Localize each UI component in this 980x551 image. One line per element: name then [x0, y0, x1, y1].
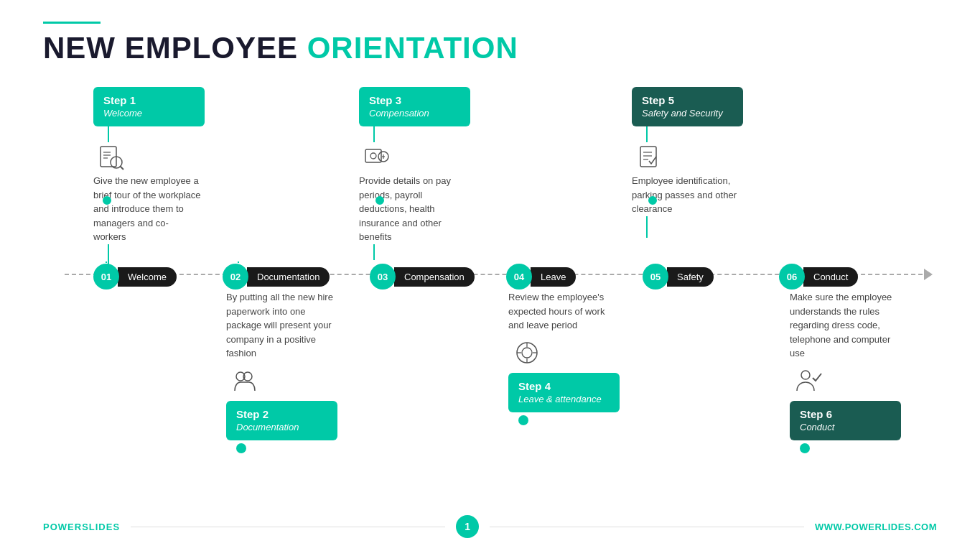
step3-card: Step 3 Compensation	[359, 87, 470, 126]
step3-desc: Provide details on pay periods, payroll …	[359, 174, 467, 244]
bottom-dot-2	[236, 443, 246, 453]
dot5-group: 05 Safety	[643, 264, 714, 290]
col-safety: Step 5 Safety and Security Employee iden…	[632, 87, 743, 238]
step2-desc: By putting all the new hire paperwork in…	[226, 290, 334, 361]
v-line-3a	[373, 126, 375, 142]
top-dot-3	[375, 196, 384, 205]
website-url: WWW.POWERLIDES.COM	[815, 522, 937, 532]
dot2: 02	[223, 264, 248, 290]
step4-card: Step 4 Leave & attendance	[508, 373, 620, 412]
dot5: 05	[643, 264, 668, 290]
dot1: 01	[93, 264, 119, 290]
step3-sub: Compensation	[369, 108, 429, 119]
step6-sub: Conduct	[800, 422, 834, 432]
dot2-label: Documentation	[247, 267, 330, 287]
step4-desc: Review the employee's expected hours of …	[508, 290, 616, 333]
step3-icon	[362, 142, 393, 174]
v-line-1b	[108, 244, 109, 266]
step2-card: Step 2 Documentation	[226, 401, 337, 440]
step1-desc: Give the new employee a brief tour of th…	[93, 174, 201, 244]
step6-card: Step 6 Conduct	[790, 401, 901, 440]
dot6-group: 06 Conduct	[779, 264, 858, 290]
svg-point-18	[522, 348, 532, 358]
col-compensation: Step 3 Compensation Provide details on p…	[359, 87, 470, 260]
dot1-label: Welcome	[118, 267, 177, 287]
step4-icon	[511, 337, 543, 369]
svg-rect-11	[640, 147, 656, 167]
footer: POWERSLIDES 1 WWW.POWERLIDES.COM	[43, 515, 937, 538]
dot3: 03	[370, 264, 396, 290]
step1-sub: Welcome	[103, 108, 142, 119]
dot5-label: Safety	[667, 267, 714, 287]
col-conduct: Make sure the employee understands the r…	[790, 290, 901, 453]
header-accent-line	[43, 22, 101, 24]
page-number: 1	[456, 515, 479, 538]
step3-num: Step 3	[369, 94, 460, 106]
dot3-label: Compensation	[394, 267, 475, 287]
bottom-dot-4	[518, 415, 528, 425]
col-documentation: By putting all the new hire paperwork in…	[226, 290, 337, 453]
page: NEW EMPLOYEE ORIENTATION Step 1 Welcome	[0, 0, 980, 551]
brand-teal: SLIDES	[82, 522, 120, 532]
brand-logo: POWERSLIDES	[43, 522, 120, 532]
brand-black: POWER	[43, 522, 82, 532]
title-part2: ORIENTATION	[307, 31, 518, 65]
svg-point-23	[801, 371, 810, 379]
v-line-3b	[373, 244, 375, 260]
v-line-5b	[646, 216, 648, 238]
dot3-group: 03 Compensation	[370, 264, 475, 290]
svg-line-2	[120, 166, 123, 170]
v-line-5a	[646, 126, 648, 142]
step5-desc: Employee identification, parking passes …	[632, 174, 739, 216]
dot4-group: 04 Leave	[506, 264, 576, 290]
v-line-1a	[108, 126, 109, 142]
step1-card: Step 1 Welcome	[93, 87, 205, 126]
dot2-group: 02 Documentation	[223, 264, 330, 290]
step1-num: Step 1	[103, 94, 195, 106]
dot4: 04	[506, 264, 532, 290]
title-part1: NEW EMPLOYEE	[43, 31, 307, 65]
step5-icon	[635, 142, 666, 174]
col-welcome: Step 1 Welcome Give the new employee a b…	[93, 87, 205, 266]
step6-num: Step 6	[800, 408, 891, 420]
footer-line-left	[131, 527, 445, 527]
step1-icon	[96, 142, 128, 174]
footer-line-right	[490, 527, 804, 527]
top-dot-1	[103, 196, 111, 205]
step6-desc: Make sure the employee understands the r…	[790, 290, 897, 361]
step4-num: Step 4	[518, 380, 610, 392]
dot4-label: Leave	[531, 267, 576, 287]
dot6-label: Conduct	[803, 267, 858, 287]
timeline-wrap: Step 1 Welcome Give the new employee a b…	[43, 87, 937, 460]
dot6: 06	[779, 264, 805, 290]
page-title: NEW EMPLOYEE ORIENTATION	[43, 31, 937, 65]
bottom-dot-6	[800, 443, 810, 453]
step5-sub: Safety and Security	[642, 108, 723, 119]
step2-icon	[229, 365, 261, 397]
step2-num: Step 2	[236, 408, 327, 420]
top-dot-5	[648, 196, 657, 205]
col-leave: Review the employee's expected hours of …	[508, 290, 620, 425]
step5-card: Step 5 Safety and Security	[632, 87, 743, 126]
timeline-dots-row: 01 Welcome 02 Documentation 03 Compensat…	[43, 263, 937, 290]
dot1-group: 01 Welcome	[93, 264, 177, 290]
step2-sub: Documentation	[236, 422, 299, 432]
step4-sub: Leave & attendance	[518, 394, 602, 404]
step5-num: Step 5	[642, 94, 733, 106]
step6-icon	[793, 365, 824, 397]
svg-point-7	[370, 153, 376, 159]
